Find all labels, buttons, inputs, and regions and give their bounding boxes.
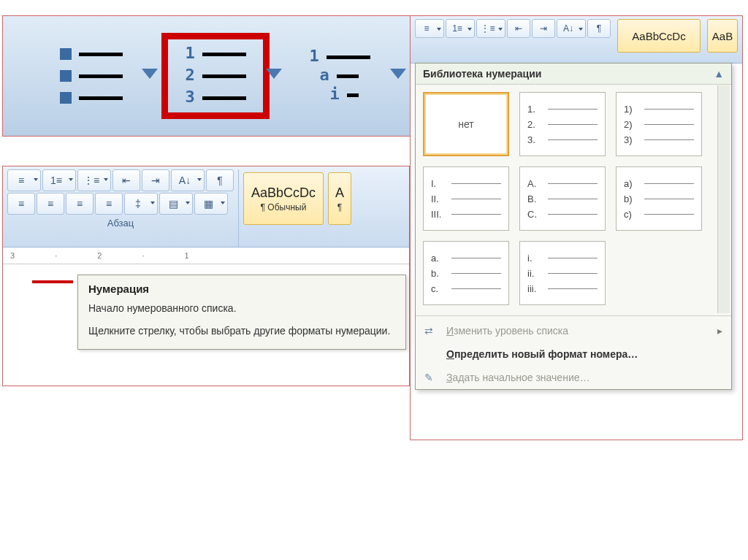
shading-button[interactable]: ▤ bbox=[159, 193, 193, 215]
numbering-button[interactable]: 1≡ bbox=[42, 169, 76, 191]
numbering-library-panel: ≡ 1≡ ⋮≡ ⇤ ⇥ A↓ ¶ AaBbCcDc AaB Библиотека… bbox=[411, 16, 742, 440]
dropdown-header: Библиотека нумерации ▲ bbox=[416, 64, 731, 85]
define-new-number-format[interactable]: Определить новый формат номера… bbox=[416, 342, 731, 366]
style-normal[interactable]: AaBbCcDc ¶ Обычный bbox=[243, 172, 324, 225]
chevron-down-icon bbox=[142, 69, 158, 79]
line-spacing-button[interactable]: ‡ bbox=[124, 193, 158, 215]
numbering-library-dropdown: Библиотека нумерации ▲ нет1.2.3.1)2)3)I.… bbox=[415, 63, 732, 390]
highlight-underline bbox=[32, 280, 73, 283]
bullets-button-zoomed[interactable] bbox=[44, 39, 139, 112]
set-numbering-value: ✎ Задать начальное значение… bbox=[416, 366, 731, 389]
increase-indent-button[interactable]: ⇥ bbox=[142, 169, 169, 191]
group-label: Абзац bbox=[7, 218, 234, 229]
align-center-button[interactable]: ≡ bbox=[37, 193, 64, 215]
multilevel-button[interactable]: ⋮≡ bbox=[77, 169, 111, 191]
dropdown-title: Библиотека нумерации bbox=[423, 68, 541, 80]
numbering-thumb[interactable]: 1)2)3) bbox=[616, 92, 702, 156]
multilevel-button-zoomed[interactable]: 1 a i bbox=[292, 39, 387, 112]
decrease-indent-button[interactable]: ⇤ bbox=[112, 169, 140, 191]
indent-icon: ⇄ bbox=[424, 325, 439, 337]
increase-indent-button[interactable]: ⇥ bbox=[532, 19, 555, 38]
pilcrow-button[interactable]: ¶ bbox=[206, 169, 234, 191]
dropdown-scrollbar[interactable] bbox=[717, 85, 730, 313]
scroll-up-icon[interactable]: ▲ bbox=[714, 68, 724, 80]
chevron-right-icon: ▸ bbox=[717, 325, 722, 337]
align-left-button[interactable]: ≡ bbox=[7, 193, 35, 215]
numbering-thumb[interactable]: a)b)c) bbox=[616, 166, 702, 231]
numbering-thumb[interactable]: A.B.C. bbox=[519, 166, 606, 231]
numbering-tooltip: Нумерация Начало нумерованного списка. Щ… bbox=[77, 275, 406, 350]
word-ribbon-fragment: ≡ 1≡ ⋮≡ ⇤ ⇥ A↓ ¶ ≡ ≡ ≡ ≡ ‡ ▤ ▦ Абзац AaB… bbox=[3, 166, 409, 386]
align-right-button[interactable]: ≡ bbox=[66, 193, 94, 215]
numbering-button[interactable]: 1≡ bbox=[446, 19, 475, 38]
chevron-down-icon bbox=[266, 69, 282, 79]
pilcrow-button[interactable]: ¶ bbox=[587, 19, 611, 38]
numbering-button-zoomed[interactable]: 1 2 3 bbox=[168, 39, 263, 112]
decrease-indent-button[interactable]: ⇤ bbox=[507, 19, 530, 38]
zoomed-ribbon-section: 1 2 3 1 a i bbox=[3, 16, 451, 136]
change-list-level: ⇄ Изменить уровень списка ▸ bbox=[416, 319, 731, 342]
numbering-thumb[interactable]: i.ii.iii. bbox=[519, 241, 606, 305]
borders-button[interactable]: ▦ bbox=[194, 193, 228, 215]
mini-ribbon: ≡ 1≡ ⋮≡ ⇤ ⇥ A↓ ¶ AaBbCcDc AaB bbox=[411, 16, 742, 64]
tooltip-title: Нумерация bbox=[88, 283, 395, 295]
numbering-thumb[interactable]: I.II.III. bbox=[423, 166, 509, 231]
chevron-down-icon bbox=[390, 69, 406, 79]
style-next[interactable]: A ¶ bbox=[328, 172, 351, 225]
bullets-button[interactable]: ≡ bbox=[415, 19, 444, 38]
tooltip-line: Щелкните стрелку, чтобы выбрать другие ф… bbox=[88, 323, 395, 339]
pencil-icon: ✎ bbox=[424, 372, 439, 383]
style-name: ¶ Обычный bbox=[261, 202, 307, 212]
sort-button[interactable]: A↓ bbox=[171, 169, 205, 191]
tooltip-line: Начало нумерованного списка. bbox=[88, 301, 395, 316]
style-sample: AaBbCcDc bbox=[251, 185, 316, 201]
style-normal[interactable]: AaBbCcDc bbox=[617, 19, 701, 53]
styles-group: AaBbCcDc ¶ Обычный A ¶ bbox=[243, 169, 351, 247]
multilevel-button[interactable]: ⋮≡ bbox=[476, 19, 505, 38]
sort-button[interactable]: A↓ bbox=[557, 19, 586, 38]
paragraph-group: ≡ 1≡ ⋮≡ ⇤ ⇥ A↓ ¶ ≡ ≡ ≡ ≡ ‡ ▤ ▦ Абзац bbox=[7, 169, 239, 247]
bullets-button[interactable]: ≡ bbox=[7, 169, 41, 191]
ruler: 3 · 2 · 1 bbox=[3, 248, 409, 264]
style-next[interactable]: AaB bbox=[707, 19, 738, 53]
numbering-none-thumb[interactable]: нет bbox=[423, 92, 509, 156]
numbering-thumb[interactable]: 1.2.3. bbox=[519, 92, 606, 156]
numbering-thumb[interactable]: a.b.c. bbox=[423, 241, 509, 305]
justify-button[interactable]: ≡ bbox=[95, 193, 123, 215]
